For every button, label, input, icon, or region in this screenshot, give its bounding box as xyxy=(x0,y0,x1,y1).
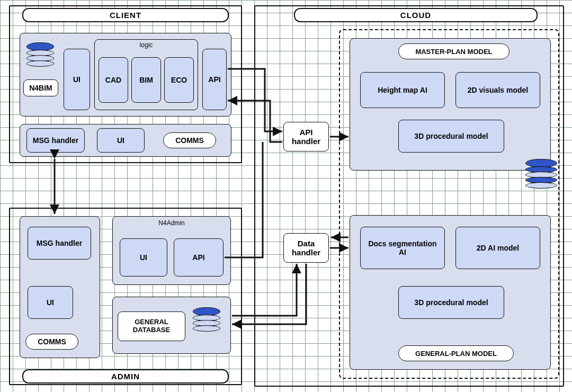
connector-arrows xyxy=(0,0,572,392)
